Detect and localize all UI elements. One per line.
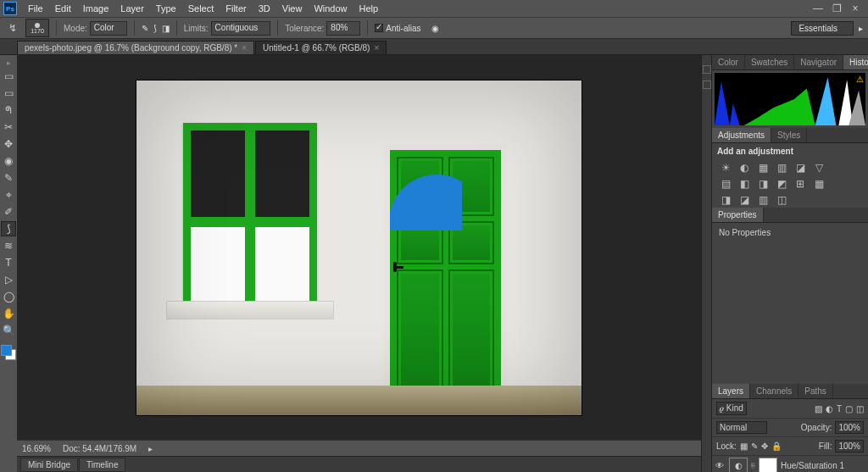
tab-styles[interactable]: Styles [771, 128, 807, 142]
hue-icon[interactable]: ▽ [812, 161, 826, 174]
menu-type[interactable]: Type [150, 3, 182, 14]
marquee-tool[interactable]: ▭ [1, 86, 16, 101]
adj-icon[interactable]: ◨ [719, 193, 732, 206]
sampling-icon-2[interactable]: ⟆ [153, 24, 157, 33]
tab-adjustments[interactable]: Adjustments [712, 128, 771, 142]
dock-icon[interactable] [703, 81, 711, 89]
tab-navigator[interactable]: Navigator [794, 55, 843, 69]
eyedropper-tool[interactable]: ✥ [1, 136, 16, 152]
window-close-button[interactable]: × [848, 3, 863, 14]
window-minimize-button[interactable]: — [810, 3, 826, 14]
move-tool[interactable]: ▭ [1, 69, 16, 84]
color-replace-tool[interactable]: ⟆ [1, 221, 16, 236]
canvas-viewport[interactable] [17, 55, 701, 440]
adj-icon[interactable]: ◫ [775, 193, 788, 206]
layer-thumb[interactable]: ◐ [729, 458, 748, 472]
pressure-icon[interactable]: ◉ [431, 24, 439, 33]
filter-image-icon[interactable]: ▧ [815, 404, 822, 414]
lasso-tool[interactable]: ᖗ [1, 103, 16, 118]
document-canvas[interactable] [136, 81, 581, 415]
levels-icon[interactable]: ◐ [737, 161, 751, 174]
window-maximize-button[interactable]: ❐ [829, 3, 844, 14]
color-swatches[interactable] [1, 345, 16, 360]
zoom-tool[interactable]: 🔍 [1, 323, 16, 338]
tolerance-input[interactable]: 80% [326, 21, 360, 36]
filter-adj-icon[interactable]: ◐ [826, 404, 833, 414]
filter-type-icon[interactable]: T [837, 404, 842, 414]
adj-icon[interactable]: ◨ [756, 177, 770, 190]
brush-preset[interactable]: 1170 [25, 19, 49, 37]
mask-thumb[interactable] [759, 458, 777, 472]
vibrance-icon[interactable]: ◪ [793, 161, 807, 174]
antialias-checkbox[interactable] [375, 24, 383, 32]
histogram-warning-icon[interactable]: ⚠ [856, 75, 864, 84]
close-icon[interactable]: × [374, 43, 379, 53]
layer-name[interactable]: Hue/Saturation 1 [781, 461, 844, 470]
tab-swatches[interactable]: Swatches [745, 55, 794, 69]
tab-paths[interactable]: Paths [798, 384, 833, 398]
tab-layers[interactable]: Layers [712, 384, 750, 398]
menu-image[interactable]: Image [77, 3, 115, 14]
limits-select[interactable]: Contiguous [211, 21, 271, 36]
fill-input[interactable]: 100% [835, 440, 864, 453]
menu-edit[interactable]: Edit [49, 3, 77, 14]
menu-file[interactable]: File [22, 3, 49, 14]
adj-icon[interactable]: ◧ [737, 177, 751, 190]
lock-pos-icon[interactable]: ✥ [761, 441, 768, 451]
opacity-input[interactable]: 100% [835, 421, 864, 434]
menu-help[interactable]: Help [353, 3, 385, 14]
exposure-icon[interactable]: ▥ [775, 161, 788, 174]
brightness-icon[interactable]: ☀ [719, 161, 732, 174]
collapse-panels-icon[interactable]: ▸ [859, 24, 863, 33]
filter-smart-icon[interactable]: ◫ [856, 404, 864, 414]
path-tool[interactable]: ▷ [1, 272, 16, 287]
lock-all-icon[interactable]: 🔒 [771, 441, 782, 451]
zoom-level[interactable]: 16.69% [22, 444, 51, 453]
foreground-color-swatch[interactable] [1, 345, 12, 356]
healing-tool[interactable]: ◉ [1, 153, 16, 169]
crop-tool[interactable]: ✂ [1, 119, 16, 135]
sampling-icon-3[interactable]: ◨ [162, 24, 170, 33]
tool-preset-icon[interactable]: ↯ [5, 20, 20, 36]
curves-icon[interactable]: ▦ [756, 161, 770, 174]
menu-window[interactable]: Window [308, 3, 353, 14]
adj-icon[interactable]: ◪ [737, 193, 751, 206]
tab-mini-bridge[interactable]: Mini Bridge [20, 458, 78, 472]
adj-icon[interactable]: ◩ [775, 177, 788, 190]
layer-filter-select[interactable]: 𝝆 Kind [716, 402, 747, 415]
blend-mode-select[interactable]: Normal [716, 421, 767, 434]
menu-3d[interactable]: 3D [253, 3, 276, 14]
shape-tool[interactable]: ◯ [1, 289, 16, 304]
brush-tool[interactable]: ✎ [1, 170, 16, 186]
adj-icon[interactable]: ▤ [719, 177, 732, 190]
lock-pixels-icon[interactable]: ✎ [751, 441, 758, 451]
visibility-icon[interactable]: 👁 [714, 461, 726, 470]
tab-properties[interactable]: Properties [712, 208, 764, 222]
lock-trans-icon[interactable]: ▦ [740, 441, 748, 451]
tab-timeline[interactable]: Timeline [79, 458, 125, 472]
adj-icon[interactable]: ▥ [756, 193, 770, 206]
tab-channels[interactable]: Channels [750, 384, 798, 398]
menu-view[interactable]: View [276, 3, 309, 14]
eraser-tool[interactable]: ✐ [1, 204, 16, 219]
document-tab[interactable]: pexels-photo.jpeg @ 16.7% (Background co… [17, 41, 254, 54]
type-tool[interactable]: T [1, 255, 16, 270]
sampling-icon[interactable]: ✎ [142, 24, 148, 33]
document-tab[interactable]: Untitled-1 @ 66.7% (RGB/8) × [255, 41, 387, 54]
adj-icon[interactable]: ⊞ [793, 177, 807, 190]
menu-layer[interactable]: Layer [114, 3, 150, 14]
filter-shape-icon[interactable]: ▢ [845, 404, 853, 414]
stamp-tool[interactable]: ⌖ [1, 187, 16, 203]
mode-select[interactable]: Color [90, 21, 127, 36]
menu-select[interactable]: Select [182, 3, 220, 14]
close-icon[interactable]: × [242, 43, 247, 53]
tab-histogram[interactable]: Histogram [843, 55, 868, 69]
dock-icon[interactable] [703, 65, 711, 74]
menu-filter[interactable]: Filter [220, 3, 252, 14]
hand-tool[interactable]: ✋ [1, 306, 16, 321]
tab-color[interactable]: Color [712, 55, 745, 69]
layer-row[interactable]: 👁 ◐ ⎘ Hue/Saturation 1 [712, 456, 868, 472]
adj-icon[interactable]: ▦ [812, 177, 826, 190]
status-arrow-icon[interactable]: ▸ [148, 444, 153, 453]
workspace-switcher[interactable]: Essentials [791, 21, 854, 36]
